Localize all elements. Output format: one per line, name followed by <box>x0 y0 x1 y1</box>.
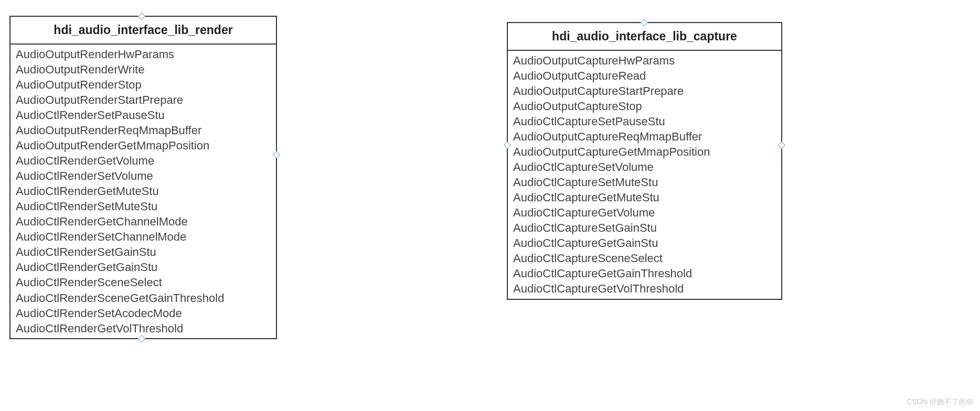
class-item: AudioCtlRenderGetMuteStu <box>16 183 272 199</box>
class-item: AudioOutputCaptureHwParams <box>513 53 777 68</box>
class-item: AudioOutputRenderHwParams <box>16 47 272 62</box>
class-item: AudioOutputRenderWrite <box>16 62 272 77</box>
class-item: AudioCtlRenderGetVolThreshold <box>16 321 272 336</box>
class-item: AudioCtlRenderSetChannelMode <box>16 229 272 244</box>
class-item: AudioCtlCaptureSetGainStu <box>513 220 777 235</box>
class-item: AudioCtlRenderSceneGetGainThreshold <box>16 290 272 306</box>
class-item: AudioOutputCaptureRead <box>513 68 777 83</box>
class-title-capture: hdi_audio_interface_lib_capture <box>508 23 781 51</box>
class-item: AudioOutputRenderReqMmapBuffer <box>16 123 272 138</box>
class-item: AudioCtlRenderGetVolume <box>16 153 272 168</box>
class-item: AudioCtlRenderGetGainStu <box>16 259 272 275</box>
class-item: AudioCtlCaptureSetMuteStu <box>513 175 777 190</box>
class-item: AudioCtlCaptureGetVolThreshold <box>513 281 777 296</box>
class-item: AudioCtlRenderSetGainStu <box>16 244 272 259</box>
class-item: AudioCtlRenderSceneSelect <box>16 275 272 290</box>
class-item: AudioCtlRenderSetAcodecMode <box>16 306 272 321</box>
class-box-capture[interactable]: hdi_audio_interface_lib_capture AudioOut… <box>507 22 782 300</box>
diagram-canvas: hdi_audio_interface_lib_render AudioOutp… <box>0 0 980 411</box>
class-item: AudioCtlRenderSetPauseStu <box>16 107 272 123</box>
class-item: AudioCtlCaptureSceneSelect <box>513 251 777 266</box>
class-item: AudioCtlRenderGetChannelMode <box>16 214 272 229</box>
class-item: AudioOutputRenderGetMmapPosition <box>16 138 272 153</box>
class-item: AudioCtlCaptureSetVolume <box>513 159 777 175</box>
class-item: AudioOutputCaptureStartPrepare <box>513 83 777 99</box>
class-title-render: hdi_audio_interface_lib_render <box>10 17 276 45</box>
class-item: AudioOutputCaptureReqMmapBuffer <box>513 129 777 144</box>
class-body-render: AudioOutputRenderHwParams AudioOutputRen… <box>10 45 276 338</box>
class-item: AudioOutputRenderStop <box>16 77 272 92</box>
class-item: AudioOutputRenderStartPrepare <box>16 92 272 107</box>
class-item: AudioCtlCaptureSetPauseStu <box>513 114 777 129</box>
class-item: AudioCtlCaptureGetGainThreshold <box>513 266 777 281</box>
class-body-capture: AudioOutputCaptureHwParams AudioOutputCa… <box>508 51 781 299</box>
class-item: AudioCtlCaptureGetMuteStu <box>513 190 777 205</box>
class-box-render[interactable]: hdi_audio_interface_lib_render AudioOutp… <box>9 16 277 339</box>
class-item: AudioOutputCaptureStop <box>513 99 777 114</box>
class-item: AudioOutputCaptureGetMmapPosition <box>513 144 777 159</box>
watermark-label: CSDN @跑不了的你 <box>907 397 974 407</box>
class-item: AudioCtlCaptureGetGainStu <box>513 235 777 251</box>
class-item: AudioCtlCaptureGetVolume <box>513 205 777 220</box>
class-item: AudioCtlRenderSetVolume <box>16 168 272 183</box>
class-item: AudioCtlRenderSetMuteStu <box>16 199 272 214</box>
